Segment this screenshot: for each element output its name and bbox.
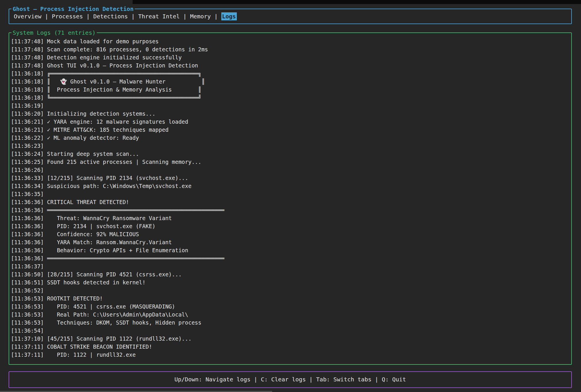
- log-message: ║ Process Injection & Memory Analysis ║: [44, 86, 201, 93]
- log-timestamp: [11:36:18]: [11, 94, 44, 101]
- log-timestamp: [11:36:53]: [11, 311, 44, 318]
- log-row: [11:36:25] Found 215 active processes | …: [11, 158, 569, 166]
- tab-threat-intel[interactable]: Threat Intel: [138, 13, 180, 20]
- log-timestamp: [11:36:18]: [11, 78, 44, 85]
- system-logs-panel: System Logs (71 entries) [11:37:48] Mock…: [9, 32, 572, 365]
- header-box: Ghost — Process Injection Detection Over…: [9, 9, 572, 24]
- log-message: ════════════════════════════════════════…: [44, 255, 224, 261]
- log-row: [11:36:34] Suspicious path: C:\Windows\T…: [11, 182, 569, 190]
- log-row: [11:36:26]: [11, 166, 569, 174]
- log-row: [11:37:48] Ghost TUI v0.1.0 — Process In…: [11, 61, 569, 69]
- log-message: YARA Match: Ransom.WannaCry.Variant: [44, 239, 172, 245]
- log-timestamp: [11:36:36]: [11, 207, 44, 213]
- window-bottom-edge: [0, 391, 272, 392]
- log-message: CRITICAL THREAT DETECTED!: [44, 199, 129, 205]
- log-timestamp: [11:36:50]: [11, 271, 44, 277]
- log-timestamp: [11:36:53]: [11, 295, 44, 302]
- log-row: [11:36:53] Real Path: C:\Users\Admin\App…: [11, 311, 569, 319]
- log-row: [11:36:36] Confidence: 92% MALICIOUS: [11, 230, 569, 238]
- log-message: ✓ ML anomaly detector: Ready: [44, 135, 139, 141]
- log-row: [11:36:18] ╔════════════════════════════…: [11, 69, 569, 77]
- log-row: [11:36:53] ROOTKIT DETECTED!: [11, 294, 569, 302]
- log-row: [11:36:21] ✓ YARA engine: 12 malware sig…: [11, 118, 569, 126]
- log-row: [11:36:37]: [11, 262, 569, 270]
- log-row: [11:36:36] Threat: WannaCry Ransomware V…: [11, 214, 569, 222]
- log-row: [11:37:11] PID: 1122 | rundll32.exe: [11, 351, 569, 359]
- log-timestamp: [11:36:20]: [11, 110, 44, 117]
- log-timestamp: [11:36:18]: [11, 70, 44, 77]
- log-list[interactable]: [11:37:48] Mock data loaded for demo pur…: [9, 33, 571, 364]
- log-row: [11:37:11] COBALT STRIKE BEACON IDENTIFI…: [11, 343, 569, 351]
- tab-overview[interactable]: Overview: [14, 13, 41, 20]
- log-timestamp: [11:37:11]: [11, 352, 44, 358]
- log-row: [11:36:53] PID: 4521 | csrss.exe (MASQUE…: [11, 302, 569, 311]
- log-row: [11:36:18] ╚════════════════════════════…: [11, 94, 569, 102]
- log-message: Techniques: DKOM, SSDT hooks, Hidden pro…: [44, 319, 201, 326]
- log-message: Real Path: C:\Users\Admin\AppData\Local\: [44, 311, 188, 318]
- log-timestamp: [11:36:19]: [11, 102, 44, 109]
- keyboard-shortcuts-help: Up/Down: Navigate logs | C: Clear logs |…: [9, 372, 571, 387]
- log-timestamp: [11:36:34]: [11, 183, 44, 189]
- log-timestamp: [11:36:33]: [11, 175, 44, 181]
- log-message: Found 215 active processes | Scanning me…: [44, 159, 201, 165]
- log-timestamp: [11:36:36]: [11, 199, 44, 205]
- log-row: [11:37:48] Mock data loaded for demo pur…: [11, 37, 569, 45]
- log-message: Suspicious path: C:\Windows\Temp\svchost…: [44, 183, 191, 189]
- log-row: [11:36:19]: [11, 102, 569, 110]
- log-timestamp: [11:36:21]: [11, 119, 44, 125]
- log-row: [11:37:48] Detection engine initialized …: [11, 53, 569, 61]
- log-message: ✓ MITRE ATT&CK: 185 techniques mapped: [44, 127, 169, 133]
- log-timestamp: [11:36:36]: [11, 223, 44, 229]
- log-timestamp: [11:36:24]: [11, 151, 44, 157]
- footer-help-bar: Up/Down: Navigate logs | C: Clear logs |…: [9, 371, 572, 388]
- log-timestamp: [11:36:36]: [11, 239, 44, 245]
- log-message: PID: 2134 | svchost.exe (FAKE): [44, 223, 155, 229]
- tab-logs[interactable]: Logs: [221, 12, 237, 20]
- log-row: [11:36:36] ═════════════════════════════…: [11, 206, 569, 214]
- tab-detections[interactable]: Detections: [93, 13, 128, 20]
- log-timestamp: [11:36:21]: [11, 127, 44, 133]
- tab-separator: |: [180, 13, 190, 20]
- log-message: Mock data loaded for demo purposes: [44, 38, 158, 44]
- log-message: Initializing detection systems...: [44, 110, 155, 117]
- log-timestamp: [11:36:35]: [11, 191, 44, 197]
- log-timestamp: [11:36:18]: [11, 86, 44, 93]
- log-timestamp: [11:36:51]: [11, 279, 44, 286]
- log-row: [11:36:21] ✓ MITRE ATT&CK: 185 technique…: [11, 126, 569, 134]
- log-message: PID: 1122 | rundll32.exe: [44, 352, 135, 358]
- log-row: [11:36:35]: [11, 190, 569, 198]
- log-row: [11:36:36] YARA Match: Ransom.WannaCry.V…: [11, 238, 569, 246]
- tab-processes[interactable]: Processes: [52, 13, 83, 20]
- tab-memory[interactable]: Memory: [190, 13, 211, 20]
- log-message: COBALT STRIKE BEACON IDENTIFIED!: [44, 344, 152, 350]
- log-row: [11:36:22] ✓ ML anomaly detector: Ready: [11, 134, 569, 142]
- log-timestamp: [11:36:23]: [11, 143, 44, 149]
- log-message: [45/215] Scanning PID 1122 (rundll32.exe…: [44, 335, 191, 342]
- log-message: Scan complete: 816 processes, 0 detectio…: [44, 46, 208, 53]
- log-timestamp: [11:36:54]: [11, 327, 44, 334]
- window-chrome-strip: [133, 0, 581, 4]
- tab-separator: |: [41, 13, 52, 20]
- log-timestamp: [11:36:53]: [11, 303, 44, 310]
- log-message: Behavior: Crypto APIs + File Enumeration: [44, 247, 188, 253]
- log-row: [11:36:20] Initializing detection system…: [11, 110, 569, 118]
- log-timestamp: [11:36:36]: [11, 255, 44, 261]
- log-row: [11:37:48] Scan complete: 816 processes,…: [11, 45, 569, 53]
- log-message: ╚═══════════════════════════════════════…: [44, 94, 201, 101]
- log-message: SSDT hooks detected in kernel!: [44, 279, 146, 286]
- tab-bar: Overview | Processes | Detections | Thre…: [14, 9, 568, 24]
- log-message: ║ 👻 Ghost v0.1.0 — Malware Hunter ║: [44, 78, 205, 85]
- log-timestamp: [11:36:52]: [11, 287, 44, 294]
- log-message: ROOTKIT DETECTED!: [44, 295, 103, 302]
- log-row: [11:36:53] Techniques: DKOM, SSDT hooks,…: [11, 319, 569, 327]
- log-message: Threat: WannaCry Ransomware Variant: [44, 215, 172, 221]
- log-message: Detection engine initialized successfull…: [44, 54, 181, 61]
- log-timestamp: [11:36:37]: [11, 263, 44, 269]
- log-timestamp: [11:37:11]: [11, 344, 44, 350]
- log-message: Starting deep system scan...: [44, 151, 139, 157]
- log-timestamp: [11:36:36]: [11, 215, 44, 221]
- log-row: [11:36:52]: [11, 286, 569, 294]
- tab-separator: |: [83, 13, 93, 20]
- log-row: [11:36:36] PID: 2134 | svchost.exe (FAKE…: [11, 222, 569, 230]
- log-timestamp: [11:36:26]: [11, 167, 44, 173]
